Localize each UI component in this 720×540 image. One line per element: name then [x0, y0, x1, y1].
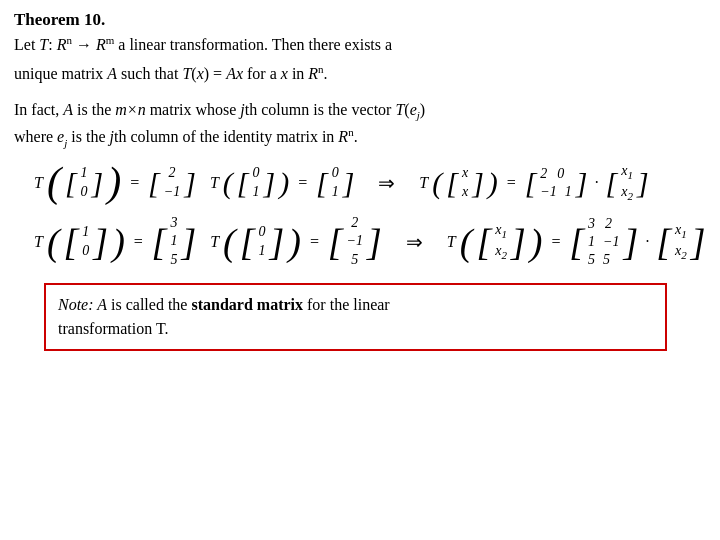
- in-fact-paragraph: In fact, A is the m×n matrix whose jth c…: [14, 97, 706, 153]
- t3-expr: T ( [ 1 0 ] ) = [ 3 1 5 ]: [34, 215, 196, 269]
- t4-expr: T ( [ 0 1 ] ) = [ 2 −1 5 ]: [210, 215, 382, 269]
- t-result-expr: T ( [ x x ] ) = [ 20 −11 ] · [ x1: [419, 163, 648, 203]
- t2-expr: T ( [ 0 1 ] ) = [ 0 1 ]: [210, 165, 354, 201]
- implies-sign-2: ⇒: [406, 230, 423, 254]
- formula-row-1: T ( [ 1 0 ] ) = [ 2 −1 ] T (: [14, 163, 706, 203]
- theorem-header: Theorem 10.: [14, 10, 706, 30]
- formula-section: T ( [ 1 0 ] ) = [ 2 −1 ] T (: [14, 163, 706, 269]
- theorem-body: Let T: Rn → Rm a linear transformation. …: [14, 32, 706, 87]
- theorem-title: Theorem 10.: [14, 10, 105, 29]
- implies-sign-1: ⇒: [378, 171, 395, 195]
- theorem-line2: unique matrix A such that T(x) = Ax for …: [14, 61, 706, 86]
- page: Theorem 10. Let T: Rn → Rm a linear tran…: [0, 0, 720, 540]
- theorem-line1: Let T: Rn → Rm a linear transformation. …: [14, 32, 706, 57]
- note-box: Note: A is called the standard matrix fo…: [44, 283, 667, 351]
- t1-expr: T ( [ 1 0 ] ) = [ 2 −1 ]: [34, 164, 196, 202]
- t-result-expr-2: T ( [ x1 x2 ] ) = [ 32 1−1 55 ] · [: [447, 216, 706, 268]
- formula-row-2: T ( [ 1 0 ] ) = [ 3 1 5 ] T: [14, 215, 706, 269]
